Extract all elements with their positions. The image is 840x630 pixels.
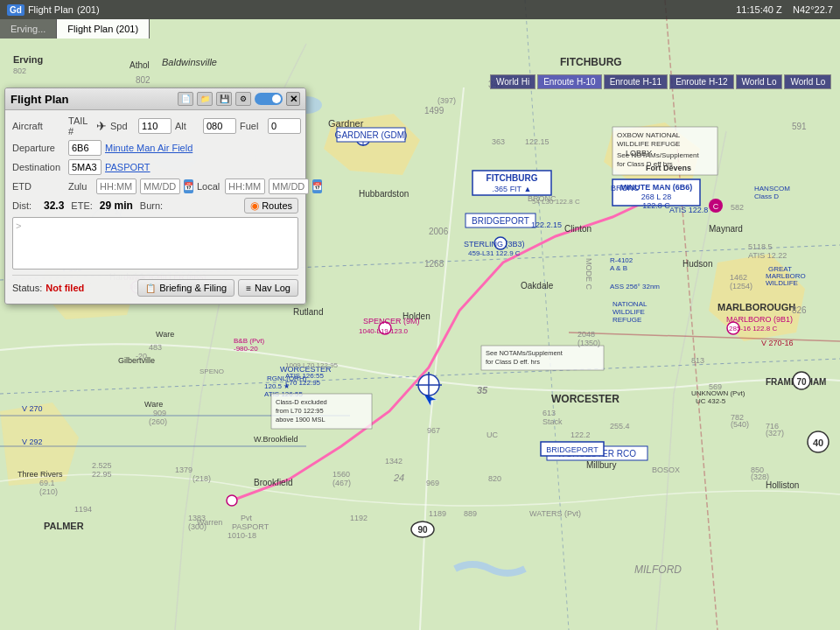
svg-text:Millbury: Millbury	[586, 460, 616, 470]
svg-text:BRONC: BRONC	[611, 184, 640, 192]
ete-label: ETE:	[71, 200, 92, 211]
svg-text:613: 613	[542, 409, 556, 417]
spd-input[interactable]	[138, 118, 172, 134]
etd-hhmm-local[interactable]	[225, 178, 265, 194]
svg-text:Ware: Ware	[144, 400, 163, 409]
svg-text:5118.5: 5118.5	[748, 242, 773, 251]
svg-text:967: 967	[427, 426, 440, 435]
svg-text:22.95: 22.95	[92, 470, 112, 479]
spd-label: Spd	[110, 121, 135, 131]
briefing-icon: 📋	[145, 284, 156, 293]
world-hi-btn[interactable]: World Hi	[490, 74, 536, 89]
svg-text:.365  FIT ▲: .365 FIT ▲	[493, 185, 532, 193]
svg-text:40: 40	[813, 438, 823, 448]
svg-text:PALMER: PALMER	[44, 521, 84, 531]
svg-text:Pvt: Pvt	[241, 514, 253, 522]
routes-btn[interactable]: ◉ Routes	[244, 198, 298, 214]
etd-hhmm-zulu[interactable]	[96, 178, 136, 194]
fp-footer: Status: Not filed 📋 Briefing & Filing ≡ …	[12, 275, 298, 298]
departure-row: Departure Minute Man Air Field	[12, 140, 298, 156]
svg-text:WORCESTER: WORCESTER	[551, 393, 620, 405]
destination-label: Destination	[12, 162, 65, 172]
destination-name-link[interactable]: PASPORT	[105, 162, 150, 172]
svg-text:-980-20: -980-20	[234, 345, 258, 353]
svg-text:122.2: 122.2	[570, 430, 591, 439]
svg-text:SPENO: SPENO	[200, 368, 224, 375]
briefing-filing-btn[interactable]: 📋 Briefing & Filing	[137, 279, 234, 297]
fp-open-btn[interactable]: 📁	[197, 92, 213, 106]
svg-text:WILDLIFE REFUGE: WILDLIFE REFUGE	[617, 140, 680, 148]
svg-text:35: 35	[477, 385, 488, 396]
departure-input[interactable]	[68, 140, 102, 156]
dist-label: Dist:	[12, 200, 37, 211]
fp-settings-btn[interactable]: ⚙	[235, 92, 251, 106]
svg-text:(1350): (1350)	[578, 339, 600, 347]
svg-text:REFUGE: REFUGE	[612, 316, 641, 324]
fp-close-btn[interactable]: ✕	[286, 92, 300, 106]
fp-save-btn[interactable]: 💾	[216, 92, 232, 106]
fuel-input[interactable]	[268, 118, 301, 134]
dist-row: Dist: 32.3 ETE: 29 min Burn: ◉ Routes	[12, 198, 298, 214]
svg-text:BRIDGEPORT: BRIDGEPORT	[472, 216, 529, 226]
svg-text:459-L31 122.9 C: 459-L31 122.9 C	[468, 249, 521, 257]
world-lo2-btn[interactable]: World Lo	[784, 74, 831, 89]
svg-text:1379: 1379	[175, 466, 192, 474]
svg-text:255.4: 255.4	[610, 422, 630, 430]
svg-text:70: 70	[796, 377, 807, 387]
destination-input[interactable]	[68, 159, 102, 175]
svg-text:24: 24	[393, 472, 404, 483]
svg-text:A & B: A & B	[610, 264, 627, 272]
nav-tabs: Erving... Flight Plan (201)	[0, 19, 150, 38]
alt-input[interactable]	[203, 118, 236, 134]
enroute-h11-btn[interactable]: Enroute H-11	[604, 74, 668, 89]
svg-text:UC: UC	[486, 430, 498, 439]
svg-text:LOBBY: LOBBY	[626, 149, 652, 158]
status-label: Status:	[12, 283, 42, 293]
svg-text:Clinton: Clinton	[564, 224, 592, 234]
svg-text:Brookfield: Brookfield	[254, 478, 292, 487]
svg-text:(260): (260)	[149, 417, 167, 426]
fp-notes[interactable]: >	[12, 217, 298, 270]
svg-text:Hubbardston: Hubbardston	[359, 189, 409, 199]
app-logo: Gd	[7, 4, 24, 16]
departure-name-link[interactable]: Minute Man Air Field	[105, 143, 192, 153]
svg-text:from L70 122:95: from L70 122:95	[276, 407, 324, 415]
aircraft-label: Aircraft	[12, 121, 65, 131]
svg-text:STERLING (3B3): STERLING (3B3)	[464, 240, 525, 248]
fp-new-btn[interactable]: 📄	[178, 92, 193, 106]
nav-log-btn[interactable]: ≡ Nav Log	[238, 279, 298, 297]
enroute-h10-btn[interactable]: Enroute H-10	[537, 74, 601, 89]
svg-text:Fort Devens: Fort Devens	[646, 164, 691, 172]
svg-text:MODE C: MODE C	[584, 258, 593, 290]
svg-text:Baldwinsville: Baldwinsville	[162, 57, 217, 67]
etd-mmdd-zulu[interactable]	[140, 178, 180, 194]
etd-mmdd-local[interactable]	[269, 178, 309, 194]
svg-text:Maynard: Maynard	[709, 224, 743, 234]
tab-flight-plan[interactable]: Flight Plan (201)	[57, 19, 150, 38]
svg-text:802: 802	[136, 75, 150, 85]
navlog-label: Nav Log	[255, 283, 290, 293]
svg-text:802: 802	[13, 66, 26, 75]
time-display: 11:15:40 Z	[736, 4, 782, 15]
svg-text:2.525: 2.525	[92, 461, 112, 470]
svg-text:WILDLIFE: WILDLIFE	[612, 308, 645, 316]
top-bar: Gd Flight Plan (201) 11:15:40 Z N42°22.7	[0, 0, 840, 19]
calendar-local-icon[interactable]: 📅	[312, 179, 322, 193]
svg-text:Oakdale: Oakdale	[521, 281, 554, 290]
svg-text:SPENCER (9M): SPENCER (9M)	[363, 317, 420, 326]
world-lo-btn[interactable]: World Lo	[736, 74, 783, 89]
svg-text:2006: 2006	[429, 227, 449, 236]
svg-text:285-16 122.8 C: 285-16 122.8 C	[729, 325, 777, 332]
calendar-zulu-icon[interactable]: 📅	[184, 179, 193, 193]
departure-label: Departure	[12, 143, 65, 153]
svg-text:R-4102: R-4102	[610, 256, 634, 264]
fp-toggle[interactable]	[255, 93, 283, 105]
fp-header: Flight Plan 📄 📁 💾 ⚙ ✕	[5, 88, 305, 110]
enroute-h12-btn[interactable]: Enroute H-12	[669, 74, 733, 89]
svg-text:1009 L70 122:95: 1009 L70 122:95	[285, 361, 339, 369]
svg-point-24	[227, 495, 237, 506]
svg-text:122.15: 122.15	[525, 137, 550, 146]
svg-text:1499: 1499	[424, 106, 444, 116]
svg-text:above 1900 MSL: above 1900 MSL	[276, 416, 326, 424]
tab-erving[interactable]: Erving...	[0, 19, 57, 38]
